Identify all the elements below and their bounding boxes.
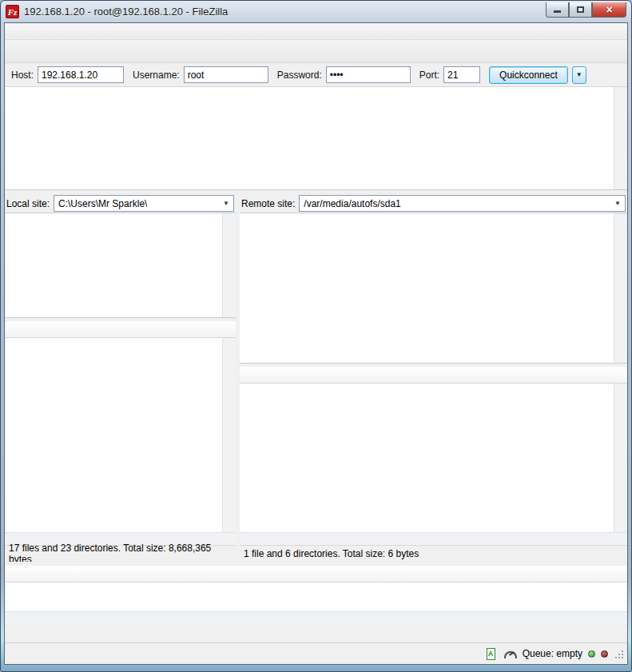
speed-limits-icon[interactable] [503,647,517,661]
client-area: Host: Username: Password: Port: Quickcon… [4,22,628,665]
queue-header [5,566,627,583]
username-label: Username: [133,70,180,81]
remote-site-label: Remote site: [241,198,295,209]
local-site-combobox[interactable]: C:\Users\Mr Sparkle\ ▼ [54,195,234,212]
toolbar [5,40,627,63]
remote-list-scrollbar[interactable] [614,384,627,532]
queue-view-icon [484,647,498,661]
menu-bar [5,23,627,40]
local-status-text: 17 files and 23 directories. Total size:… [5,545,236,562]
port-label: Port: [419,70,439,81]
maximize-button[interactable] [569,2,592,18]
remote-list-header [240,367,627,384]
local-tree-panel [5,213,236,318]
chevron-down-icon: ▼ [611,200,621,207]
local-site-row: Local site: C:\Users\Mr Sparkle\ ▼ [5,194,236,213]
title-bar: Fz 192.168.1.20 - root@192.168.1.20 - Fi… [4,1,628,22]
message-log-lines [5,87,614,189]
local-list-header [5,321,236,338]
username-input[interactable] [184,66,268,83]
local-pane: Local site: C:\Users\Mr Sparkle\ ▼ [5,194,236,562]
queue-body [5,583,627,611]
local-site-label: Local site: [6,198,50,209]
close-button[interactable]: × [592,2,626,18]
main-panes: Local site: C:\Users\Mr Sparkle\ ▼ [5,194,627,562]
minimize-button[interactable] [546,2,569,18]
password-label: Password: [277,70,322,81]
host-label: Host: [11,70,34,81]
activity-led-red [601,650,608,658]
remote-tree-scrollbar[interactable] [614,213,627,363]
window-title: 192.168.1.20 - root@192.168.1.20 - FileZ… [24,6,228,18]
host-input[interactable] [38,66,124,83]
resize-grip[interactable] [614,649,624,659]
port-input[interactable] [443,66,480,83]
activity-led-green [588,650,595,658]
local-tree-scrollbar[interactable] [222,213,236,317]
quickconnect-bar: Host: Username: Password: Port: Quickcon… [5,63,627,87]
window-buttons: × [546,2,626,18]
chevron-down-icon: ▼ [220,200,229,207]
quickconnect-dropdown[interactable]: ▼ [572,66,586,84]
filezilla-window: Fz 192.168.1.20 - root@192.168.1.20 - Fi… [0,0,632,672]
local-file-list [5,338,236,532]
remote-status-text: 1 file and 6 directories. Total size: 6 … [240,545,627,562]
message-log-scrollbar[interactable] [614,87,627,189]
password-input[interactable] [326,66,411,83]
status-bar: Queue: empty [5,643,627,664]
remote-site-combobox[interactable]: /var/media/autofs/sda1 ▼ [299,195,626,212]
remote-site-row: Remote site: /var/media/autofs/sda1 ▼ [240,194,627,213]
remote-list-hscrollbar[interactable] [240,532,627,545]
remote-file-list [240,384,627,532]
local-path: C:\Users\Mr Sparkle\ [58,198,147,209]
transfer-queue [5,566,627,624]
queue-tabs [5,624,627,643]
queue-hscrollbar[interactable] [5,611,627,624]
remote-pane: Remote site: /var/media/autofs/sda1 ▼ [240,194,627,562]
remote-path: /var/media/autofs/sda1 [304,198,400,209]
queue-status-text: Queue: empty [523,648,582,659]
remote-tree-panel [240,213,627,364]
filezilla-logo-icon: Fz [6,5,19,18]
message-log [5,87,627,190]
quickconnect-button[interactable]: Quickconnect [489,66,568,84]
local-list-scrollbar[interactable] [222,338,236,532]
